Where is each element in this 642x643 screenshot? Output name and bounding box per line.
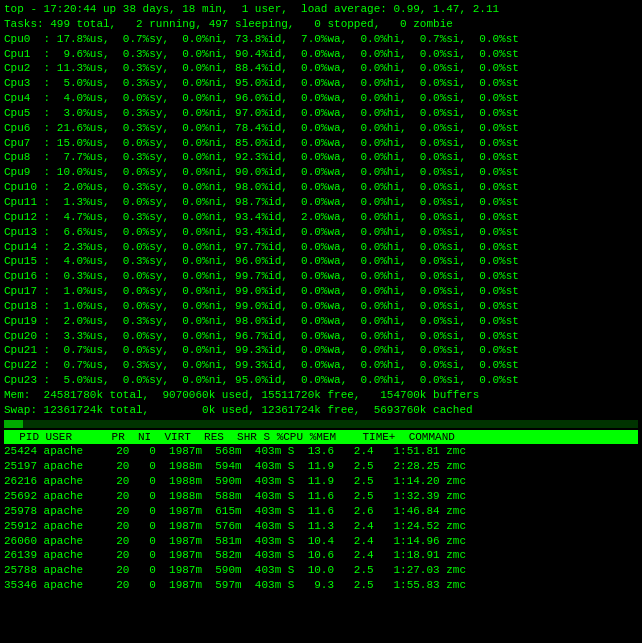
top-header-line2: Tasks: 499 total, 2 running, 497 sleepin… [4,17,638,32]
cpu-line-6: Cpu6 : 21.6%us, 0.3%sy, 0.0%ni, 78.4%id,… [4,121,638,136]
cpu-line-11: Cpu11 : 1.3%us, 0.0%sy, 0.0%ni, 98.7%id,… [4,195,638,210]
cpu-line-17: Cpu17 : 1.0%us, 0.0%sy, 0.0%ni, 99.0%id,… [4,284,638,299]
table-row: 25978 apache 20 0 1987m 615m 403m S 11.6… [4,504,638,519]
cpu-line-7: Cpu7 : 15.0%us, 0.0%sy, 0.0%ni, 85.0%id,… [4,136,638,151]
cpu-line-13: Cpu13 : 6.6%us, 0.0%sy, 0.0%ni, 93.4%id,… [4,225,638,240]
cpu-line-21: Cpu21 : 0.7%us, 0.0%sy, 0.0%ni, 99.3%id,… [4,343,638,358]
terminal: top - 17:20:44 up 38 days, 18 min, 1 use… [0,0,642,595]
table-row: 25424 apache 20 0 1987m 568m 403m S 13.6… [4,444,638,459]
mem-line: Mem: 24581780k total, 9070060k used, 155… [4,388,638,403]
cpu-line-18: Cpu18 : 1.0%us, 0.0%sy, 0.0%ni, 99.0%id,… [4,299,638,314]
cpu-line-8: Cpu8 : 7.7%us, 0.3%sy, 0.0%ni, 92.3%id, … [4,150,638,165]
cpu-line-10: Cpu10 : 2.0%us, 0.3%sy, 0.0%ni, 98.0%id,… [4,180,638,195]
cpu-line-19: Cpu19 : 2.0%us, 0.3%sy, 0.0%ni, 98.0%id,… [4,314,638,329]
table-row: 25912 apache 20 0 1987m 576m 403m S 11.3… [4,519,638,534]
swap-line: Swap: 12361724k total, 0k used, 12361724… [4,403,638,418]
cpu-line-5: Cpu5 : 3.0%us, 0.3%sy, 0.0%ni, 97.0%id, … [4,106,638,121]
cpu-line-23: Cpu23 : 5.0%us, 0.0%sy, 0.0%ni, 95.0%id,… [4,373,638,388]
top-header-line1: top - 17:20:44 up 38 days, 18 min, 1 use… [4,2,638,17]
table-header: PID USER PR NI VIRT RES SHR S %CPU %MEM … [4,430,638,445]
cpu-line-16: Cpu16 : 0.3%us, 0.0%sy, 0.0%ni, 99.7%id,… [4,269,638,284]
table-row: 26216 apache 20 0 1988m 590m 403m S 11.9… [4,474,638,489]
cpu-line-0: Cpu0 : 17.8%us, 0.7%sy, 0.0%ni, 73.8%id,… [4,32,638,47]
process-table: 25424 apache 20 0 1987m 568m 403m S 13.6… [4,444,638,592]
cpu-line-22: Cpu22 : 0.7%us, 0.3%sy, 0.0%ni, 99.3%id,… [4,358,638,373]
progress-bar-container [4,420,638,428]
cpu-line-14: Cpu14 : 2.3%us, 0.0%sy, 0.0%ni, 97.7%id,… [4,240,638,255]
table-row: 26139 apache 20 0 1987m 582m 403m S 10.6… [4,548,638,563]
table-row: 25788 apache 20 0 1987m 590m 403m S 10.0… [4,563,638,578]
cpu-line-12: Cpu12 : 4.7%us, 0.3%sy, 0.0%ni, 93.4%id,… [4,210,638,225]
table-row: 25197 apache 20 0 1988m 594m 403m S 11.9… [4,459,638,474]
progress-bar-fill [4,420,23,428]
cpu-line-2: Cpu2 : 11.3%us, 0.3%sy, 0.0%ni, 88.4%id,… [4,61,638,76]
cpu-line-1: Cpu1 : 9.6%us, 0.3%sy, 0.0%ni, 90.4%id, … [4,47,638,62]
cpu-line-15: Cpu15 : 4.0%us, 0.3%sy, 0.0%ni, 96.0%id,… [4,254,638,269]
table-row: 25692 apache 20 0 1988m 588m 403m S 11.6… [4,489,638,504]
table-row: 35346 apache 20 0 1987m 597m 403m S 9.3 … [4,578,638,593]
table-row: 26060 apache 20 0 1987m 581m 403m S 10.4… [4,534,638,549]
cpu-line-3: Cpu3 : 5.0%us, 0.3%sy, 0.0%ni, 95.0%id, … [4,76,638,91]
cpu-section: Cpu0 : 17.8%us, 0.7%sy, 0.0%ni, 73.8%id,… [4,32,638,388]
cpu-line-9: Cpu9 : 10.0%us, 0.0%sy, 0.0%ni, 90.0%id,… [4,165,638,180]
cpu-line-4: Cpu4 : 4.0%us, 0.0%sy, 0.0%ni, 96.0%id, … [4,91,638,106]
cpu-line-20: Cpu20 : 3.3%us, 0.0%sy, 0.0%ni, 96.7%id,… [4,329,638,344]
